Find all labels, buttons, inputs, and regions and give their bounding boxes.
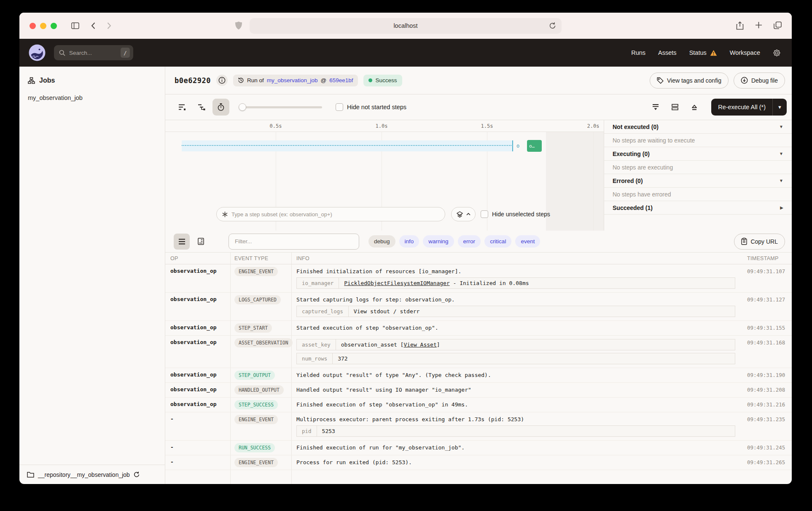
run-id: b0e62920 bbox=[175, 76, 211, 85]
slider-knob[interactable] bbox=[239, 103, 246, 111]
nav-link-label: Assets bbox=[658, 49, 677, 56]
hide-unselected-checkbox[interactable] bbox=[481, 210, 488, 218]
log-level-chip-event[interactable]: event bbox=[515, 235, 540, 247]
chevron-right-icon[interactable]: ▶ bbox=[780, 205, 783, 210]
log-timestamp: 09:49:31.190 bbox=[743, 368, 792, 378]
log-row[interactable]: observation_opASSET_OBSERVATIONasset_key… bbox=[165, 336, 792, 368]
log-level-chip-info[interactable]: info bbox=[399, 235, 419, 247]
status-section-header[interactable]: Not executed (0)▼ bbox=[604, 120, 792, 134]
metadata-value: 372 bbox=[333, 353, 352, 364]
chevron-down-icon[interactable]: ▼ bbox=[779, 124, 783, 129]
log-structured-view-icon[interactable] bbox=[193, 234, 209, 250]
clock-history-icon bbox=[238, 77, 244, 83]
log-row[interactable]: -ENGINE_EVENTProcess for run exited (pid… bbox=[165, 455, 792, 470]
log-row[interactable]: observation_opENGINE_EVENTFinished initi… bbox=[165, 264, 792, 293]
log-info: Finished initialization of resources [io… bbox=[291, 264, 743, 292]
hide-not-started-checkbox[interactable] bbox=[336, 103, 343, 111]
status-section-header[interactable]: Errored (0)▼ bbox=[604, 174, 792, 188]
log-row[interactable]: observation_opSTEP_STARTStarted executio… bbox=[165, 321, 792, 336]
log-op: observation_op bbox=[165, 264, 230, 277]
minimize-window-button[interactable] bbox=[40, 23, 46, 29]
zoom-slider[interactable] bbox=[239, 103, 322, 111]
log-row[interactable]: observation_opLOGS_CAPTUREDStarted captu… bbox=[165, 293, 792, 321]
sidebar-item-my-observation-job[interactable]: my_observation_job bbox=[19, 91, 165, 105]
step-subset-input[interactable] bbox=[216, 207, 445, 221]
step-subset-field[interactable] bbox=[231, 211, 440, 218]
nav-link-status[interactable]: Status bbox=[689, 49, 717, 56]
log-info-text: Finished initialization of resources [io… bbox=[296, 264, 735, 275]
jobs-icon bbox=[28, 77, 35, 84]
nav-link-assets[interactable]: Assets bbox=[658, 49, 677, 56]
job-link[interactable]: my_observation_job bbox=[267, 77, 318, 83]
view-waterfall-icon[interactable] bbox=[193, 99, 210, 116]
new-tab-icon[interactable] bbox=[755, 22, 762, 30]
debug-file-button[interactable]: Debug file bbox=[734, 73, 785, 89]
reload-icon[interactable] bbox=[549, 22, 556, 30]
tab-overview-icon[interactable] bbox=[774, 22, 782, 30]
view-flat-icon[interactable] bbox=[174, 99, 191, 116]
url-bar[interactable]: localhost bbox=[250, 18, 562, 34]
sidebar-toggle-icon[interactable] bbox=[71, 22, 79, 29]
log-info: Multiprocess executor: parent process ex… bbox=[291, 412, 743, 440]
forward-icon[interactable] bbox=[107, 22, 111, 29]
success-dot bbox=[368, 78, 372, 82]
log-row[interactable]: observation_opHANDLED_OUTPUTHandled outp… bbox=[165, 383, 792, 398]
repository-row[interactable]: __repository__my_observation_job bbox=[19, 465, 165, 484]
gantt-tick-label: 1.5s bbox=[481, 123, 493, 129]
reexecute-dropdown-caret[interactable]: ▼ bbox=[772, 99, 787, 116]
gantt-step-box[interactable]: o… bbox=[527, 140, 542, 152]
info-icon[interactable] bbox=[216, 75, 228, 86]
status-section-empty: No steps are executing bbox=[604, 161, 792, 174]
privacy-shield-icon[interactable] bbox=[235, 22, 242, 30]
log-row[interactable]: -ENGINE_EVENTMultiprocess executor: pare… bbox=[165, 412, 792, 441]
nav-link-workspace[interactable]: Workspace bbox=[730, 49, 760, 56]
share-icon[interactable] bbox=[736, 22, 744, 30]
commit-link[interactable]: 659ee1bf bbox=[329, 77, 353, 83]
metadata-link[interactable]: View Asset bbox=[403, 342, 436, 348]
gantt-chart[interactable]: 0.5s1.0s1.5s2.0s o o… bbox=[165, 120, 604, 231]
reexecute-all-button[interactable]: Re-execute All (*) bbox=[711, 99, 772, 116]
status-empty-text: No steps are waiting to execute bbox=[613, 137, 695, 144]
event-type-pill: HANDLED_OUTPUT bbox=[234, 385, 284, 395]
log-level-chip-error[interactable]: error bbox=[458, 235, 481, 247]
col-info: INFO bbox=[291, 256, 743, 261]
eject-icon[interactable] bbox=[686, 99, 703, 116]
graph-query-toggle-button[interactable] bbox=[451, 207, 476, 221]
metadata-link[interactable]: PickledObjectFilesystemIOManager bbox=[344, 280, 449, 286]
zoom-window-button[interactable] bbox=[51, 23, 57, 29]
log-row[interactable]: observation_opSTEP_OUTPUTYielded output … bbox=[165, 368, 792, 383]
run-of-tag: Run of my_observation_job @ 659ee1bf bbox=[233, 75, 358, 86]
gantt-timeline: 0.5s1.0s1.5s2.0s bbox=[165, 120, 604, 132]
back-icon[interactable] bbox=[91, 22, 95, 29]
log-row[interactable]: -RUN_SUCCESSFinished execution of run fo… bbox=[165, 441, 792, 455]
log-info: Process for run exited (pid: 5253). bbox=[291, 455, 743, 469]
hide-unselected-checkbox-row[interactable]: Hide unselected steps bbox=[481, 210, 550, 218]
nav-link-runs[interactable]: Runs bbox=[631, 49, 645, 56]
close-window-button[interactable] bbox=[30, 23, 36, 29]
log-filter-input[interactable] bbox=[229, 234, 359, 250]
chevron-down-icon[interactable]: ▼ bbox=[779, 151, 783, 156]
search-input[interactable]: Search... / bbox=[54, 45, 133, 60]
copy-url-button[interactable]: Copy URL bbox=[734, 234, 785, 250]
jobs-sidebar: Jobs my_observation_job __repository__my… bbox=[19, 67, 165, 484]
log-level-chip-warning[interactable]: warning bbox=[423, 235, 454, 247]
view-timing-icon[interactable] bbox=[212, 99, 229, 116]
browser-chrome: localhost bbox=[19, 13, 792, 39]
hide-not-started-checkbox-row[interactable]: Hide not started steps bbox=[336, 103, 406, 111]
dagster-logo[interactable] bbox=[29, 44, 46, 61]
status-section-header[interactable]: Executing (0)▼ bbox=[604, 147, 792, 161]
metadata-entry: io_managerPickledObjectFilesystemIOManag… bbox=[296, 277, 735, 289]
log-row[interactable]: observation_opSTEP_SUCCESSFinished execu… bbox=[165, 398, 792, 412]
gear-icon[interactable] bbox=[773, 49, 781, 57]
log-list-view-icon[interactable] bbox=[174, 234, 190, 250]
collapse-all-icon[interactable] bbox=[647, 99, 664, 116]
log-level-chip-critical[interactable]: critical bbox=[484, 235, 511, 247]
chevron-down-icon[interactable]: ▼ bbox=[779, 178, 783, 183]
rows-icon[interactable] bbox=[667, 99, 683, 116]
reload-repository-icon[interactable] bbox=[134, 471, 140, 478]
event-type-pill: LOGS_CAPTURED bbox=[234, 295, 281, 304]
log-level-chip-debug[interactable]: debug bbox=[368, 235, 395, 247]
gantt-step-band[interactable] bbox=[182, 140, 513, 151]
view-tags-config-button[interactable]: View tags and config bbox=[650, 73, 729, 89]
status-section-header[interactable]: Succeeded (1)▶ bbox=[604, 201, 792, 215]
